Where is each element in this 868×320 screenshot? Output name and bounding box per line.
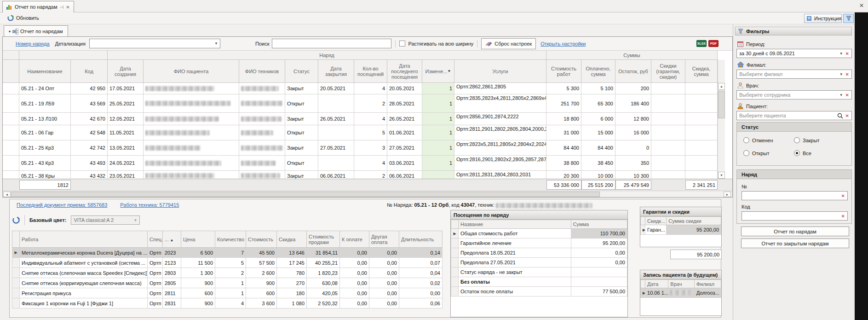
works-column-header[interactable]: Другая оплата [369, 231, 399, 248]
scrollbar-thumb[interactable] [11, 192, 600, 197]
report-orders-button[interactable]: Отчет по нарядам [741, 227, 849, 236]
vertical-scrollbar[interactable]: ▲▼ [718, 83, 725, 179]
column-header-visits[interactable]: Кол-во посещений [354, 60, 387, 83]
column-header-disc2[interactable]: Скидка, сумма [685, 60, 718, 83]
column-header-last_visit[interactable]: Дата последнего посещения [387, 60, 422, 83]
horizontal-scrollbar[interactable]: ◄ ► [3, 191, 732, 197]
visits-column-header[interactable]: Название [459, 220, 571, 229]
vertical-scrollbar[interactable] [718, 60, 725, 83]
base-color-combo[interactable]: VITA classical:A 2 ▼ [71, 215, 140, 225]
clear-period-icon[interactable]: ✕ [845, 51, 849, 56]
scroll-right-icon[interactable]: ► [724, 192, 731, 197]
report-closed-orders-button[interactable]: Отчет по закрытым нарядам [741, 239, 849, 248]
table-row[interactable]: 05.21 - 13 Л10042 67012.05.2021Закрыт26.… [3, 113, 725, 125]
works-column-header[interactable]: Спец. [148, 231, 163, 248]
clear-branch-icon[interactable]: ✕ [845, 72, 849, 77]
reset-settings-button[interactable]: Сброс настроек [481, 38, 536, 49]
order-code-input[interactable]: ✕ [742, 211, 848, 221]
instruction-button[interactable]: Инструкция [804, 14, 842, 23]
column-header-disc1[interactable]: Скидки (гарантии, скидки) [651, 60, 685, 83]
table-row[interactable]: Без оплаты [451, 277, 627, 287]
filter-toggle-button[interactable] [843, 14, 854, 23]
search-icon[interactable] [837, 113, 843, 119]
table-row[interactable]: 05.21 - 06 Гар42 54811.05.2021Открыт501.… [3, 125, 725, 140]
future-column-header[interactable]: Дата [645, 280, 668, 288]
column-header-tech[interactable]: ФИО техников [239, 60, 285, 83]
scroll-down-icon[interactable]: ▼ [718, 172, 725, 179]
table-row[interactable]: 05.21 - 43 Кр343 49324.05.2021Открыт403.… [3, 156, 725, 171]
works-column-header[interactable]: Длительность [399, 231, 443, 248]
order-number-input[interactable]: ✕ [742, 191, 848, 200]
clear-code-icon[interactable]: ✕ [841, 214, 845, 219]
guarantees-column-header[interactable]: Сумма скидки [667, 217, 721, 225]
visits-column-header[interactable]: Сумма [571, 220, 627, 229]
clear-doctor-icon[interactable]: ✕ [845, 93, 849, 98]
table-row[interactable]: ▶10.06 1...Долгооз... [641, 288, 721, 298]
tab-report-orders-inner[interactable]: ▾ Отчет по нарядам [4, 25, 68, 37]
patient-search-input[interactable]: Выберите пациента ✕ [736, 111, 852, 120]
column-header-services[interactable]: Услуги [454, 60, 546, 83]
column-header-name[interactable]: Наименование [19, 60, 71, 83]
table-row[interactable]: ▶Гаран...95 200,00 [641, 225, 721, 235]
table-row[interactable]: ▶Общая стоимость работ110 700,00 [451, 229, 627, 239]
works-column-header[interactable]: К оплате [340, 231, 369, 248]
table-row[interactable]: Остаток после оплаты77 500,00 [451, 287, 627, 297]
status-radio-3[interactable]: Открыт [743, 150, 769, 156]
export-xlsx-icon[interactable]: XLSX [696, 40, 707, 47]
future-column-header[interactable]: Врач [668, 280, 694, 288]
table-row[interactable]: 05.21 - 38 Кры43 43223.05.2021Закрыт06.0… [3, 171, 725, 179]
clear-number-icon[interactable]: ✕ [841, 193, 845, 198]
refresh-color-icon[interactable] [12, 216, 20, 224]
tab-close-icon[interactable]: ✕ [66, 5, 69, 10]
window-close-icon[interactable]: ✕ [859, 2, 864, 9]
scroll-up-icon[interactable]: ▲ [718, 83, 725, 90]
column-header-paid[interactable]: Оплачено, сумма [581, 60, 615, 83]
status-radio-4[interactable]: Все [794, 150, 811, 156]
scrollbar-thumb[interactable] [718, 91, 725, 118]
order-number-link[interactable]: Номер наряда [16, 41, 50, 47]
column-header-code[interactable]: Код [71, 60, 108, 83]
column-filter-icon[interactable]: ▼ [448, 69, 451, 74]
tab-report-orders[interactable]: Отчет по нарядам ⊣ ✕ [2, 1, 74, 12]
table-row[interactable]: 05.21 - 24 Опт42 95017.05.2021Закрыт20.0… [3, 83, 725, 94]
table-row[interactable]: Регистрация прикусаОртп28116001600180420… [12, 288, 443, 298]
status-radio-2[interactable]: Закрыт [794, 137, 820, 143]
branch-combo[interactable]: Выберите филиал ▼✕ [736, 70, 852, 79]
clear-patient-icon[interactable]: ✕ [845, 113, 849, 118]
works-column-header[interactable]: Цена [181, 231, 215, 248]
table-row[interactable]: Снятие оттиска (слепочная масса Speedex … [12, 268, 443, 278]
table-row[interactable]: Фиксация 1 коронки на Fuji 1 [Фуджи 1]Ор… [12, 298, 443, 308]
column-header-created[interactable]: Дата создания [108, 60, 144, 83]
open-settings-link[interactable]: Открыть настройки [540, 41, 586, 47]
status-radio-1[interactable]: Отменен [743, 137, 773, 143]
works-column-header[interactable]: Количество [215, 231, 246, 248]
detail-combo[interactable]: ▼ [89, 39, 220, 48]
table-row[interactable]: Снятие оттиска (корригирующая слепочная … [12, 278, 443, 288]
refresh-button[interactable]: Обновить [5, 14, 42, 22]
column-header-status[interactable]: Статус [285, 60, 318, 83]
table-row[interactable]: 05.21 - 19 Л5943 56925.05.2021Открыт228.… [3, 94, 725, 113]
table-row[interactable]: Индивидуальный абатмент с установкой (си… [12, 258, 443, 268]
column-header-changed[interactable]: Измене... ▼ [422, 60, 454, 83]
tech-work-link[interactable]: Работа техника: 5779415 [120, 202, 179, 208]
works-column-header[interactable]: Работа [20, 231, 148, 248]
export-pdf-icon[interactable]: PDF [708, 40, 719, 47]
works-column-header[interactable]: ... ▲ [163, 231, 181, 248]
table-row[interactable]: 05.21 - 25 Кр342 74213.05.2021Закрыт27.0… [3, 140, 725, 156]
works-column-header[interactable]: Скидка [277, 231, 307, 248]
table-row[interactable]: Предоплата 18.05.20210,00 [451, 248, 627, 258]
column-header-closed[interactable]: Дата закрытия [318, 60, 354, 83]
scroll-left-icon[interactable]: ◄ [3, 192, 11, 197]
column-header-patient[interactable]: ФИО пациента [144, 60, 239, 83]
pin-icon[interactable]: ⊣ [60, 5, 64, 10]
table-row[interactable]: ▶Металлокерамическая коронка Ducera [Дуц… [12, 248, 443, 258]
table-row[interactable]: Статус наряда - не закрыт [451, 268, 627, 277]
search-input[interactable] [272, 39, 391, 48]
guarantees-column-header[interactable]: Скидк... [645, 217, 667, 225]
column-header-rest[interactable]: Остаток, руб [615, 60, 651, 83]
period-combo[interactable]: за 30 дней с 09.05.2021 ▼✕ [736, 49, 852, 58]
column-header-cost[interactable]: Стоимость работ [546, 60, 581, 83]
doctor-combo[interactable]: Выберите сотрудника ▼✕ [736, 90, 852, 99]
works-column-header[interactable]: Стоимость продажи [307, 231, 340, 248]
table-row[interactable]: Гарантийное лечение95 200,00 [451, 239, 627, 248]
